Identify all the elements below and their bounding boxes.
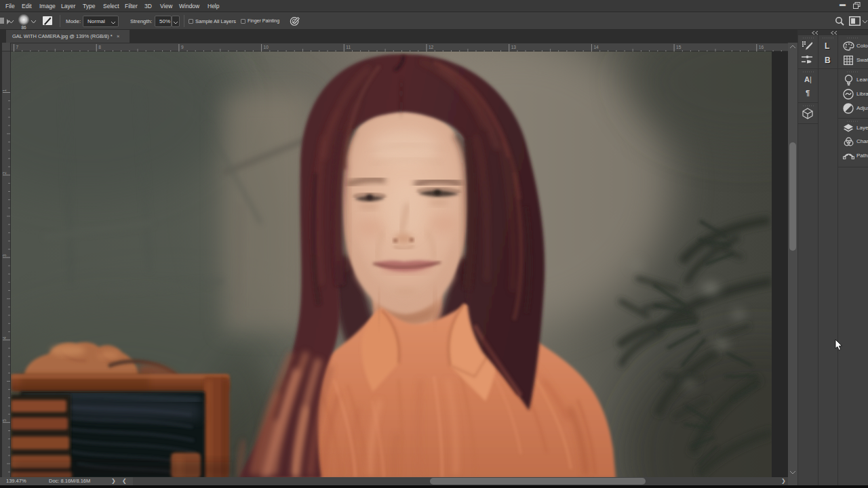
svg-text:7: 7 (16, 45, 19, 49)
svg-text:4: 4 (2, 336, 7, 339)
svg-text:9: 9 (181, 45, 184, 49)
svg-text:16: 16 (759, 45, 764, 49)
svg-text:13: 13 (511, 45, 517, 49)
svg-text:14: 14 (593, 45, 599, 49)
svg-text:5: 5 (2, 419, 7, 422)
svg-text:12: 12 (429, 45, 434, 49)
svg-text:10: 10 (264, 45, 269, 49)
svg-text:86: 86 (21, 25, 26, 30)
svg-text:8: 8 (98, 45, 101, 49)
svg-text:15: 15 (676, 45, 682, 49)
svg-text:1: 1 (2, 89, 7, 92)
svg-text:2: 2 (2, 171, 7, 174)
svg-text:3: 3 (2, 254, 7, 257)
svg-text:11: 11 (346, 45, 351, 49)
